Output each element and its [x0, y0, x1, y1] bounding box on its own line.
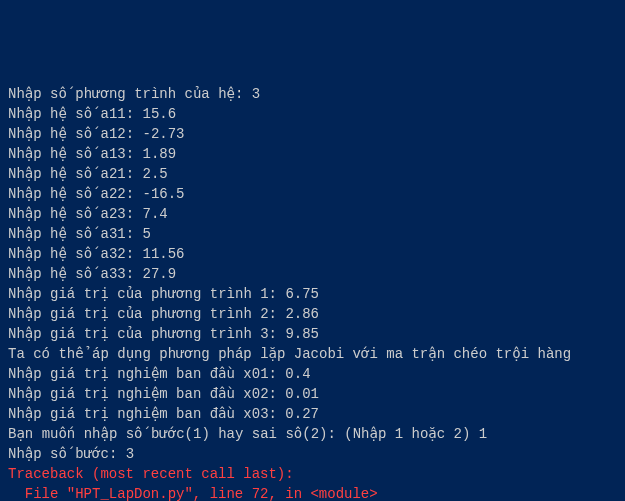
- output-line: Nhập giá trị nghiệm ban đầu x03: 0.27: [8, 404, 617, 424]
- output-line: Nhập hệ số a22: -16.5: [8, 184, 617, 204]
- output-line: Nhập giá trị của phương trình 1: 6.75: [8, 284, 617, 304]
- error-line: File "HPT_LapDon.py", line 72, in <modul…: [8, 484, 617, 501]
- output-line: Nhập hệ số a13: 1.89: [8, 144, 617, 164]
- terminal-output: Nhập số phương trình của hệ: 3Nhập hệ số…: [8, 84, 617, 501]
- output-line: Nhập giá trị của phương trình 3: 9.85: [8, 324, 617, 344]
- output-line: Nhập hệ số a33: 27.9: [8, 264, 617, 284]
- output-line: Nhập hệ số a32: 11.56: [8, 244, 617, 264]
- output-line: Nhập số phương trình của hệ: 3: [8, 84, 617, 104]
- output-line: Nhập số bước: 3: [8, 444, 617, 464]
- output-line: Nhập giá trị nghiệm ban đầu x02: 0.01: [8, 384, 617, 404]
- output-line: Nhập giá trị của phương trình 2: 2.86: [8, 304, 617, 324]
- output-line: Nhập giá trị nghiệm ban đầu x01: 0.4: [8, 364, 617, 384]
- output-line: Nhập hệ số a23: 7.4: [8, 204, 617, 224]
- output-line: Nhập hệ số a21: 2.5: [8, 164, 617, 184]
- output-line: Nhập hệ số a12: -2.73: [8, 124, 617, 144]
- output-line: Ta có thể áp dụng phương pháp lặp Jacobi…: [8, 344, 617, 364]
- output-line: Nhập hệ số a11: 15.6: [8, 104, 617, 124]
- output-line: Nhập hệ số a31: 5: [8, 224, 617, 244]
- error-line: Traceback (most recent call last):: [8, 464, 617, 484]
- output-line: Bạn muốn nhập số bước(1) hay sai số(2): …: [8, 424, 617, 444]
